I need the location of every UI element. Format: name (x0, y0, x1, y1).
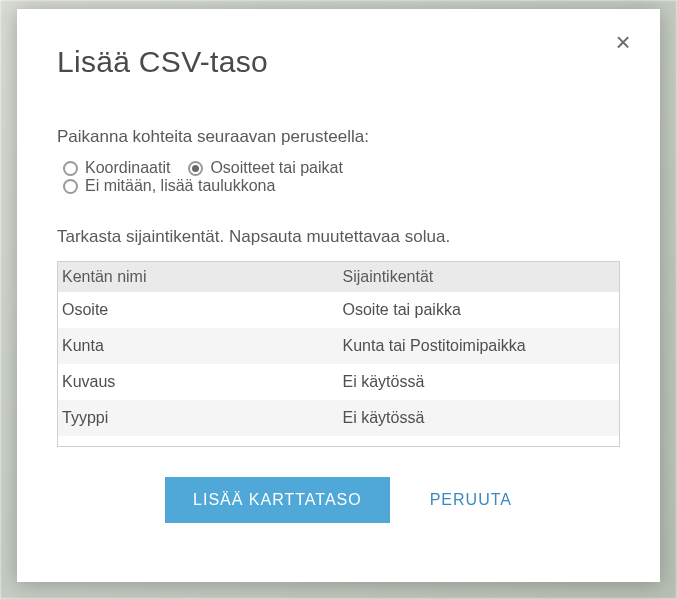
locate-by-radio-group: Koordinaatit Osoitteet tai paikat Ei mit… (63, 159, 620, 195)
table-row: Osoite Osoite tai paikka (58, 292, 619, 328)
cell-field-name[interactable]: Osoite (58, 292, 339, 328)
dialog-title: Lisää CSV-taso (57, 45, 620, 79)
table-row: Kuvaus Ei käytössä (58, 364, 619, 400)
cell-field-name[interactable]: Kuvaus (58, 364, 339, 400)
instruction-text: Tarkasta sijaintikentät. Napsauta muutet… (57, 227, 620, 247)
radio-label: Koordinaatit (85, 159, 170, 177)
close-icon[interactable]: × (610, 29, 636, 55)
table-body-scroll[interactable]: Osoite Osoite tai paikka Kunta Kunta tai… (58, 292, 619, 446)
table-row: Tyyppi Ei käytössä (58, 400, 619, 436)
add-csv-layer-dialog: × Lisää CSV-taso Paikanna kohteita seura… (17, 9, 660, 582)
radio-icon (188, 161, 203, 176)
table-row: Kunta Kunta tai Postitoimipaikka (58, 328, 619, 364)
radio-label: Ei mitään, lisää taulukkona (85, 177, 275, 195)
radio-icon (63, 161, 78, 176)
column-header-field-name: Kentän nimi (58, 262, 339, 292)
cell-location-field[interactable]: Ei käytössä (339, 364, 620, 400)
radio-icon (63, 179, 78, 194)
cell-location-field[interactable]: Ei käytössä (339, 400, 620, 436)
add-layer-button[interactable]: LISÄÄ KARTTATASO (165, 477, 390, 523)
radio-none[interactable]: Ei mitään, lisää taulukkona (63, 177, 275, 195)
cell-field-name[interactable]: Kunta (58, 328, 339, 364)
radio-addresses[interactable]: Osoitteet tai paikat (188, 159, 343, 177)
cell-location-field[interactable]: Kunta tai Postitoimipaikka (339, 328, 620, 364)
radio-label: Osoitteet tai paikat (210, 159, 343, 177)
column-header-location-fields: Sijaintikentät (339, 262, 620, 292)
cell-field-name[interactable]: Tyyppi (58, 400, 339, 436)
dialog-footer: LISÄÄ KARTTATASO PERUUTA (57, 477, 620, 523)
table-header: Kentän nimi Sijaintikentät (58, 262, 619, 292)
location-fields-table: Kentän nimi Sijaintikentät Osoite Osoite… (57, 261, 620, 447)
radio-coordinates[interactable]: Koordinaatit (63, 159, 170, 177)
cancel-button[interactable]: PERUUTA (430, 491, 512, 509)
locate-by-label: Paikanna kohteita seuraavan perusteella: (57, 127, 620, 147)
cell-location-field[interactable]: Osoite tai paikka (339, 292, 620, 328)
